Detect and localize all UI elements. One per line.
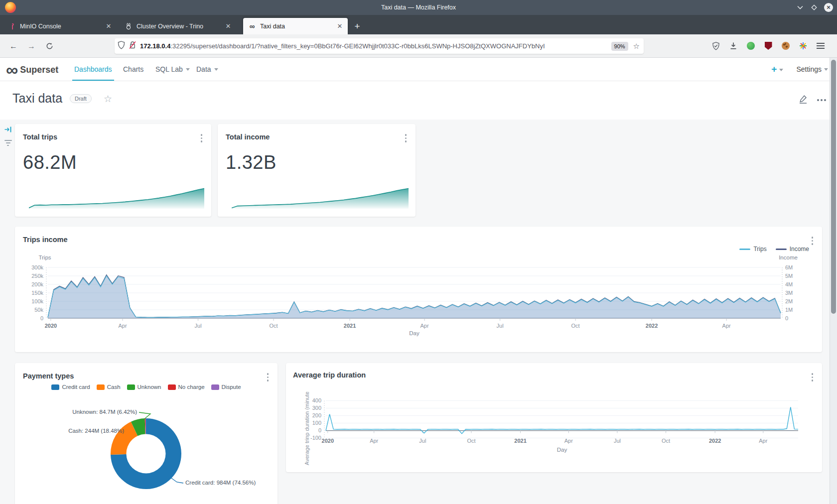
svg-text:Apr: Apr <box>722 323 731 329</box>
nav-item-dashboards[interactable]: Dashboards <box>72 58 114 81</box>
tab-trino-cluster[interactable]: Cluster Overview - Trino ✕ <box>120 18 236 34</box>
svg-text:Oct: Oct <box>270 323 278 329</box>
menu-hamburger-icon[interactable] <box>816 41 825 50</box>
superset-infinity-logo-icon: ∞ <box>6 61 17 78</box>
chart-title: Payment types <box>23 372 74 380</box>
svg-text:Oct: Oct <box>662 438 670 444</box>
new-item-button[interactable]: + <box>771 64 783 75</box>
new-tab-button[interactable]: + <box>351 20 364 33</box>
bookmark-star-icon[interactable]: ☆ <box>633 42 640 51</box>
svg-text:6M: 6M <box>785 264 793 270</box>
chart-legend[interactable]: Credit card Cash Unknown No charge Dispu… <box>15 384 278 390</box>
big-number-value: 68.2M <box>23 152 77 173</box>
tab-close-icon[interactable]: ✕ <box>224 22 232 30</box>
svg-text:Apr: Apr <box>420 323 429 329</box>
svg-text:Apr: Apr <box>564 438 573 444</box>
trendline-chart[interactable] <box>232 187 409 211</box>
svg-text:2021: 2021 <box>514 438 526 444</box>
svg-text:400: 400 <box>312 397 321 403</box>
chevron-down-icon <box>824 68 828 71</box>
dashboard-title: Taxi data <box>12 91 62 106</box>
legend-item-unknown[interactable]: Unknown <box>127 384 161 390</box>
tab-close-icon[interactable]: ✕ <box>105 22 113 30</box>
payment-types-donut-chart[interactable]: Unknown: 84.7M (6.42%)Cash: 244M (18.48%… <box>15 393 278 504</box>
window-maximize-icon[interactable] <box>810 4 818 10</box>
edit-pencil-icon[interactable] <box>798 94 808 106</box>
tab-minio-console[interactable]: MinIO Console ✕ <box>3 18 117 34</box>
dashboard-more-menu-icon[interactable] <box>817 99 826 101</box>
nav-item-sql-lab[interactable]: SQL Lab <box>153 58 192 81</box>
zoom-level-badge[interactable]: 90% <box>611 42 628 51</box>
svg-text:Jul: Jul <box>614 438 621 444</box>
filter-funnel-icon[interactable] <box>4 138 12 147</box>
settings-menu[interactable]: Settings <box>796 65 828 73</box>
svg-text:4M: 4M <box>785 281 793 287</box>
svg-text:200k: 200k <box>31 281 43 287</box>
favorite-star-icon[interactable]: ☆ <box>104 93 112 105</box>
dashboard-header: Taxi data Draft ☆ <box>0 81 837 120</box>
minio-flamingo-icon <box>8 22 16 30</box>
tab-label: MinIO Console <box>20 23 101 30</box>
tab-taxi-data[interactable]: ∞ Taxi data ✕ <box>243 18 348 34</box>
trendline-chart[interactable] <box>29 187 204 211</box>
back-icon[interactable]: ← <box>7 40 20 53</box>
svg-text:2M: 2M <box>785 298 793 304</box>
dashboard-body: Total trips 68.2M Total income 1.32B Tri… <box>0 120 837 504</box>
shield-icon[interactable] <box>118 41 125 51</box>
svg-text:Jul: Jul <box>195 323 202 329</box>
scrollbar-thumb[interactable] <box>831 60 836 314</box>
window-close-icon[interactable]: × <box>824 3 833 12</box>
protection-shield-check-icon[interactable] <box>711 41 720 50</box>
chart-title: Total income <box>226 133 270 141</box>
url-bar[interactable]: 172.18.0.4:32295/superset/dashboard/1/?n… <box>115 38 644 54</box>
svg-text:0: 0 <box>318 427 321 433</box>
chart-options-icon[interactable] <box>265 371 271 383</box>
legend-item-dispute[interactable]: Dispute <box>211 384 241 390</box>
trips-income-chart[interactable]: 300k6M250k5M200k4M150k3M100k2M50k1M00Tri… <box>15 227 822 354</box>
expand-filter-bar-icon[interactable] <box>4 126 12 135</box>
chart-options-icon[interactable] <box>403 132 409 144</box>
svg-text:Oct: Oct <box>571 323 580 329</box>
window-title: Taxi data — Mozilla Firefox <box>0 0 837 15</box>
ublock-shield-icon[interactable] <box>764 41 773 50</box>
svg-text:Jul: Jul <box>419 438 426 444</box>
cookie-icon[interactable] <box>781 41 790 50</box>
svg-text:Apr: Apr <box>370 438 378 444</box>
legend-item-cash[interactable]: Cash <box>97 384 121 390</box>
superset-logo[interactable]: ∞ Superset <box>6 60 58 80</box>
pinwheel-extension-icon[interactable] <box>799 41 808 50</box>
nav-item-data[interactable]: Data <box>194 58 220 81</box>
legend-item-no-charge[interactable]: No charge <box>168 384 205 390</box>
tab-label: Taxi data <box>260 23 332 30</box>
page-scrollbar[interactable] <box>830 58 837 504</box>
svg-text:Credit card: 984M (74.56%): Credit card: 984M (74.56%) <box>185 480 256 486</box>
url-text: 172.18.0.4:32295/superset/dashboard/1/?n… <box>140 42 611 50</box>
svg-text:Jul: Jul <box>497 323 504 329</box>
tab-close-icon[interactable]: ✕ <box>336 22 344 30</box>
svg-text:Oct: Oct <box>467 438 475 444</box>
superset-navbar: ∞ Superset Dashboards Charts SQL Lab Dat… <box>0 58 837 81</box>
legend-item-credit-card[interactable]: Credit card <box>51 384 90 390</box>
avg-trip-duration-chart[interactable]: 4003002001000-100Average trinp duration … <box>286 363 822 474</box>
svg-text:Trips: Trips <box>38 254 51 260</box>
window-minimize-icon[interactable] <box>796 5 804 9</box>
svg-text:2022: 2022 <box>646 323 658 329</box>
window-titlebar: Taxi data — Mozilla Firefox × <box>0 0 837 15</box>
svg-text:2020: 2020 <box>45 323 57 329</box>
chart-options-icon[interactable] <box>199 132 205 144</box>
reload-icon[interactable] <box>43 40 56 53</box>
svg-text:2022: 2022 <box>709 438 721 444</box>
extension-green-icon[interactable] <box>746 41 755 50</box>
browser-window: Taxi data — Mozilla Firefox × MinIO Cons… <box>0 0 837 504</box>
tab-bar: MinIO Console ✕ Cluster Overview - Trino… <box>0 15 837 34</box>
insecure-lock-icon[interactable] <box>129 41 136 51</box>
forward-icon[interactable]: → <box>25 40 38 53</box>
svg-text:100: 100 <box>312 420 321 426</box>
draft-status-badge: Draft <box>70 94 92 103</box>
chart-title: Total trips <box>23 133 57 141</box>
card-total-trips: Total trips 68.2M <box>15 124 211 217</box>
download-icon[interactable] <box>729 41 738 50</box>
chevron-down-icon <box>214 68 218 71</box>
svg-text:Income: Income <box>779 254 798 260</box>
nav-item-charts[interactable]: Charts <box>121 58 145 81</box>
